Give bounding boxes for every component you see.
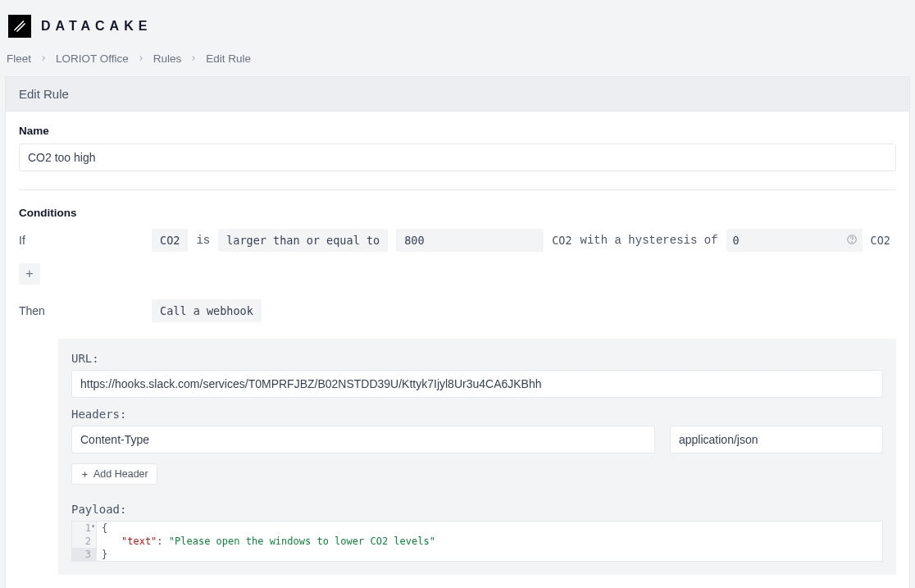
add-condition-button[interactable]: +: [19, 263, 40, 285]
add-header-button[interactable]: Add Header: [71, 463, 157, 485]
chevron-right-icon: [137, 52, 145, 65]
edit-rule-panel: Edit Rule Name Conditions If CO2 is larg…: [5, 76, 910, 588]
line-number: 3: [72, 548, 97, 561]
name-label: Name: [19, 125, 896, 137]
panel-title: Edit Rule: [6, 77, 909, 112]
fold-icon[interactable]: ▾: [91, 522, 95, 530]
webhook-config: URL: Headers: Add Header Payload: 1▾: [58, 339, 896, 575]
hysteresis-keyword: with a hysteresis of: [580, 234, 718, 247]
condition-unit: CO2: [552, 234, 571, 247]
url-label: URL:: [71, 352, 883, 365]
header-value-input[interactable]: [670, 426, 883, 454]
webhook-url-input[interactable]: [71, 370, 883, 398]
chevron-right-icon: [189, 52, 198, 65]
then-keyword: Then: [19, 304, 143, 317]
add-header-label: Add Header: [93, 468, 148, 480]
chevron-right-icon: [39, 52, 48, 65]
line-number: 1▾: [72, 522, 97, 535]
headers-label: Headers:: [71, 408, 883, 421]
is-keyword: is: [196, 234, 210, 247]
svg-line-1: [17, 24, 25, 31]
then-row: Then Call a webhook: [19, 296, 896, 326]
breadcrumb-loriot-office[interactable]: LORIOT Office: [56, 52, 129, 65]
code-line: 3 }: [72, 548, 882, 561]
divider: [19, 189, 896, 190]
hysteresis-input[interactable]: [726, 229, 841, 252]
breadcrumb-rules[interactable]: Rules: [153, 52, 182, 65]
plus-icon: [80, 470, 89, 479]
breadcrumb-fleet[interactable]: Fleet: [7, 52, 31, 65]
hysteresis-unit: CO2: [871, 234, 890, 247]
rule-name-input[interactable]: [19, 144, 896, 171]
code-line: 1▾ {: [72, 522, 882, 535]
svg-point-3: [851, 241, 852, 242]
header-key-input[interactable]: [71, 426, 655, 454]
action-select[interactable]: Call a webhook: [152, 299, 262, 322]
breadcrumb: Fleet LORIOT Office Rules Edit Rule: [0, 49, 915, 76]
payload-label: Payload:: [71, 503, 883, 516]
help-icon[interactable]: [846, 234, 858, 248]
brand-name: DATACAKE: [41, 19, 152, 34]
if-keyword: If: [19, 234, 143, 247]
hysteresis-field: [726, 229, 863, 252]
breadcrumb-edit-rule: Edit Rule: [206, 52, 251, 65]
condition-field-select[interactable]: CO2: [152, 229, 188, 252]
condition-value-input[interactable]: [396, 229, 544, 252]
app-header: DATACAKE: [0, 0, 915, 49]
code-line: 2 "text": "Please open the windows to lo…: [72, 535, 882, 548]
condition-row: If CO2 is larger than or equal to CO2 wi…: [19, 226, 896, 255]
conditions-label: Conditions: [19, 207, 896, 219]
condition-operator-select[interactable]: larger than or equal to: [218, 229, 388, 252]
line-number: 2: [72, 535, 97, 548]
brand-logo-icon: [8, 15, 31, 38]
payload-editor[interactable]: 1▾ { 2 "text": "Please open the windows …: [71, 521, 883, 562]
